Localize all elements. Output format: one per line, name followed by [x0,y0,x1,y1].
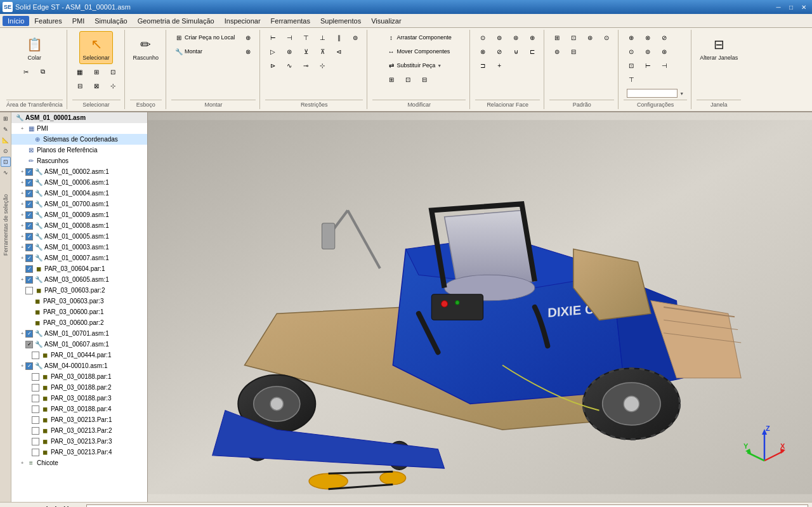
config-btn1[interactable]: ⊕ [624,31,639,44]
tool-btn-1[interactable]: ⊞ [1,114,11,124]
tree-item-asm00004[interactable]: +✓🔧ASM_01_00004.asm:1 [11,188,147,199]
checkbox-par00188-4[interactable] [32,405,39,413]
checkbox-par00604[interactable]: ✓ [25,265,33,273]
viewport[interactable]: DIXIE CHOPPER Z X [148,112,812,502]
menu-inspecionar[interactable]: Inspecionar [219,16,266,26]
restrict-btn9[interactable]: ⊻ [298,45,313,58]
checkbox-asm00009[interactable]: ✓ [25,211,33,219]
restrict-btn2[interactable]: ⊣ [282,31,297,44]
restrict-btn3[interactable]: ⊤ [298,31,313,44]
tree-item-par00188-2[interactable]: ◼PAR_03_00188.par:2 [11,382,147,393]
checkbox-par00213-4[interactable] [32,449,39,456]
tool-btn-3[interactable]: 📐 [1,135,11,145]
restrict-btn10[interactable]: ⊼ [315,45,330,58]
config-btn2[interactable]: ⊗ [640,31,655,44]
config-arrow[interactable]: ▼ [679,91,684,96]
checkbox-asm00003[interactable]: ✓ [25,244,33,251]
menu-pmi[interactable]: PMI [67,16,90,26]
checkbox-par00213-3[interactable] [32,438,39,445]
toggle-chicote[interactable]: + [19,460,25,466]
select-small-1[interactable]: ▦ [72,65,88,78]
rel-btn9[interactable]: ⊐ [475,59,490,72]
config-btn10[interactable]: ⊤ [624,73,639,86]
padrao-btn3[interactable]: ⊛ [582,31,598,44]
checkbox-asm00007[interactable]: ✓ [25,254,33,262]
restrict-btn8[interactable]: ⊛ [282,45,297,58]
checkbox-asm01607[interactable]: ✓ [25,341,33,348]
tree-item-par00188-3[interactable]: ◼PAR_03_00188.par:3 [11,393,147,404]
padrao-btn5[interactable]: ⊚ [549,45,565,58]
tool-btn-6[interactable]: ∿ [1,168,11,178]
menu-ferramentas[interactable]: Ferramentas [266,16,315,26]
restrict-btn6[interactable]: ⊚ [348,31,363,44]
checkbox-asm00006[interactable]: ✓ [25,179,33,187]
menu-geometria[interactable]: Geometria de Simulação [133,16,219,26]
restrict-btn7[interactable]: ▷ [265,45,280,58]
sketch-button[interactable]: ✏ Rascunho [130,31,162,64]
config-btn8[interactable]: ⊢ [640,59,655,72]
select-small-2[interactable]: ⊞ [89,65,104,78]
checkbox-asm00002[interactable]: ✓ [25,168,33,176]
prompt-input[interactable] [86,504,808,508]
tree-item-par00213-3[interactable]: ◼PAR_03_00213.Par:3 [11,436,147,447]
assemble-button[interactable]: 🔧 Montar [171,45,238,58]
tree-root[interactable]: 🔧 ASM_01_00001.asm [11,112,147,123]
toggle-coord[interactable] [25,136,32,143]
tree-item-par00188-1[interactable]: ◼PAR_03_00188.par:1 [11,371,147,382]
menu-suplementos[interactable]: Suplementos [315,16,366,26]
replace-part-button[interactable]: ⇄ Substituir Peça ▼ [384,59,455,72]
toggle-asm00005[interactable]: + [19,234,25,240]
tree-item-asm00003[interactable]: +✓🔧ASM_01_00003.asm:1 [11,242,147,253]
menu-inicio[interactable]: Início [3,16,29,26]
rel-btn2[interactable]: ⊚ [492,31,507,44]
tree-item-asm00008[interactable]: +✓🔧ASM_01_00008.asm:1 [11,220,147,231]
tree-item-par00600-1[interactable]: ◼PAR_03_00600.par:1 [11,306,147,317]
tree-item-par00213-2[interactable]: ◼PAR_03_00213.Par:2 [11,425,147,436]
tree-item-asm01701[interactable]: +✓🔧ASM_01_00701.asm:1 [11,328,147,339]
config-btn9[interactable]: ⊣ [657,59,672,72]
tree-item-par00604[interactable]: ✓◼PAR_03_00604.par:1 [11,263,147,274]
checkbox-par00213-1[interactable] [32,416,39,424]
toggle-asm00006[interactable]: + [19,180,25,186]
insert-part-button[interactable]: ⊞ Criar Peça no Local [171,31,238,44]
rel-btn10[interactable]: + [492,59,507,72]
maximize-button[interactable]: □ [785,3,797,11]
tree-item-asm01607[interactable]: ✓🔧ASM_01_00607.asm:1 [11,339,147,350]
toggle-asm00007[interactable]: + [19,255,25,261]
toggle-asm01701[interactable]: + [19,331,25,337]
restrict-btn12[interactable]: ⊳ [265,59,280,72]
padrao-btn1[interactable]: ⊞ [549,31,565,44]
menu-visualizar[interactable]: Visualizar [366,16,407,26]
padrao-btn4[interactable]: ⊙ [599,31,614,44]
replace-dropdown[interactable]: ▼ [437,63,442,68]
toggle-asm00008[interactable]: + [19,223,25,229]
config-btn4[interactable]: ⊙ [624,45,639,58]
toggle-asm00002[interactable]: + [19,169,25,175]
restrict-btn13[interactable]: ∿ [282,59,297,72]
modify-btn3[interactable]: ⊟ [417,73,432,86]
padrao-btn2[interactable]: ⊡ [566,31,581,44]
tree-item-asm00002[interactable]: +✓🔧ASM_01_00002.asm:1 [11,166,147,177]
restrict-btn15[interactable]: ⊹ [315,59,330,72]
rel-btn5[interactable]: ⊗ [475,45,490,58]
checkbox-par00188-1[interactable] [32,373,39,381]
rel-btn3[interactable]: ⊛ [508,31,523,44]
tree-item-asm00700[interactable]: +✓🔧ASM_01_00700.asm:1 [11,199,147,209]
checkbox-par00188-2[interactable] [32,384,39,392]
change-windows-button[interactable]: ⊟ Alterar Janelas [697,31,741,64]
checkbox-asm00700[interactable]: ✓ [25,201,33,208]
tree-item-par00444[interactable]: ◼PAR_01_00444.par:1 [11,350,147,360]
checkbox-par00444[interactable] [32,352,39,359]
padrao-btn6[interactable]: ⊟ [566,45,581,58]
drag-component-button[interactable]: ↕ Arrastar Componente [384,31,455,44]
toggle-sketches[interactable] [19,158,25,164]
modify-btn1[interactable]: ⊞ [384,73,399,86]
tree-item-asm00007[interactable]: +✓🔧ASM_01_00007.asm:1 [11,253,147,263]
paste-button[interactable]: 📋 Colar [20,31,48,64]
checkbox-asm00005[interactable]: ✓ [25,233,33,240]
select-small-3[interactable]: ⊡ [105,65,121,78]
rel-btn7[interactable]: ⊎ [508,45,523,58]
tree-item-asm00005[interactable]: +✓🔧ASM_01_00005.asm:1 [11,231,147,242]
cut-button[interactable]: ✂ [18,65,34,78]
config-btn6[interactable]: ⊛ [657,45,672,58]
